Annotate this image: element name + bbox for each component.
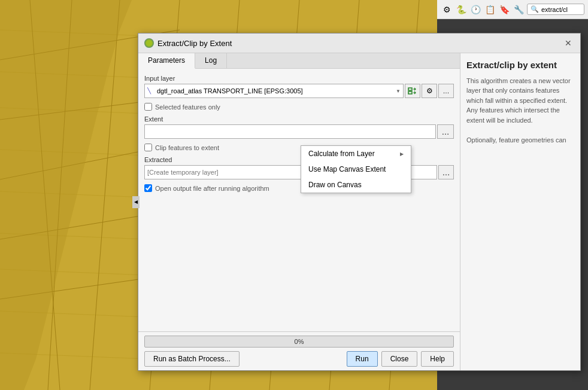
main-dialog: Extract/Clip by Extent ✕ Parameters Log …: [138, 33, 581, 371]
help-panel: Extract/clip by extent This algorithm cr…: [460, 53, 580, 370]
extent-input[interactable]: [144, 124, 436, 139]
svg-rect-24: [408, 92, 412, 94]
python-icon[interactable]: 🐍: [455, 4, 467, 16]
open-output-checkbox[interactable]: [144, 184, 152, 192]
button-row: Run as Batch Process... Run Close Help: [144, 351, 454, 367]
dialog-title: Extract/Clip by Extent: [157, 39, 232, 48]
use-map-canvas-item[interactable]: Use Map Canvas Extent: [301, 162, 411, 177]
iterate-button[interactable]: [405, 84, 420, 98]
progress-label: 0%: [295, 338, 304, 345]
svg-rect-23: [408, 88, 412, 90]
help-button[interactable]: Help: [421, 351, 454, 367]
dialog-body: Parameters Log Input layer ╲ dgtl_road_a…: [138, 53, 580, 370]
extent-dropdown-button[interactable]: …: [437, 124, 454, 139]
toolbar: ⚙ 🐍 🕐 📋 🔖 🔧 🔍: [437, 0, 588, 19]
notes-icon[interactable]: 📋: [484, 4, 496, 16]
settings-icon[interactable]: ⚙: [441, 4, 453, 16]
history-icon[interactable]: 🕐: [469, 4, 481, 16]
vector-layer-icon: ╲: [147, 87, 154, 95]
run-button[interactable]: Run: [347, 351, 378, 367]
calculate-from-layer-label: Calculate from Layer: [308, 150, 375, 158]
input-layer-select[interactable]: ╲ dgtl_road_atlas TRANSPORT_LINE [EPSG:3…: [144, 84, 404, 98]
dialog-footer: 0% Run as Batch Process... Run Close Hel…: [138, 331, 460, 370]
more-icon: …: [443, 87, 450, 95]
dialog-titlebar: Extract/Clip by Extent ✕: [138, 33, 580, 53]
calculate-from-layer-item[interactable]: Calculate from Layer ▶: [301, 146, 411, 162]
wrench-icon[interactable]: 🔧: [513, 4, 525, 16]
search-bar[interactable]: 🔍: [527, 4, 584, 15]
qgis-logo: [144, 38, 154, 48]
extracted-options-button[interactable]: …: [438, 165, 454, 179]
title-left: Extract/Clip by Extent: [144, 38, 232, 48]
selected-features-label[interactable]: Selected features only: [155, 103, 220, 111]
input-layer-value: dgtl_road_atlas TRANSPORT_LINE [EPSG:300…: [157, 87, 303, 95]
extent-dropdown-menu: Calculate from Layer ▶ Use Map Canvas Ex…: [301, 145, 411, 193]
submenu-arrow-icon: ▶: [400, 151, 404, 157]
extracted-options-icon: …: [442, 168, 450, 177]
tab-log[interactable]: Log: [195, 53, 227, 68]
settings-button[interactable]: ⚙: [422, 84, 437, 98]
collapse-panel-button[interactable]: ◀: [138, 196, 140, 208]
main-buttons: Run Close Help: [347, 351, 454, 367]
extent-label: Extent: [144, 115, 454, 123]
select-arrow-icon: ▼: [396, 89, 401, 94]
dialog-left-panel: Parameters Log Input layer ╲ dgtl_road_a…: [138, 53, 460, 370]
help-text: This algorithm creates a new vector laye…: [466, 76, 574, 145]
dialog-tabs: Parameters Log: [138, 53, 460, 69]
clip-features-label[interactable]: Clip features to extent: [155, 144, 219, 151]
input-layer-row: Input layer ╲ dgtl_road_atlas TRANSPORT_…: [144, 75, 454, 98]
close-dialog-button[interactable]: ✕: [562, 37, 574, 49]
extent-row: Extent …: [144, 115, 454, 139]
selected-features-checkbox[interactable]: [144, 103, 152, 111]
draw-on-canvas-item[interactable]: Draw on Canvas: [301, 177, 411, 193]
batch-process-button[interactable]: Run as Batch Process...: [144, 351, 240, 367]
draw-on-canvas-label: Draw on Canvas: [308, 181, 362, 189]
bookmark-icon[interactable]: 🔖: [498, 4, 510, 16]
input-layer-controls: ╲ dgtl_road_atlas TRANSPORT_LINE [EPSG:3…: [144, 84, 454, 98]
close-button[interactable]: Close: [381, 351, 418, 367]
open-output-label[interactable]: Open output file after running algorithm: [155, 185, 269, 192]
input-layer-label: Input layer: [144, 75, 454, 82]
search-input[interactable]: [541, 6, 581, 13]
parameters-panel: Input layer ╲ dgtl_road_atlas TRANSPORT_…: [138, 69, 460, 331]
help-title: Extract/clip by extent: [466, 59, 574, 71]
use-map-canvas-label: Use Map Canvas Extent: [308, 165, 386, 173]
tab-parameters[interactable]: Parameters: [138, 53, 195, 69]
search-icon: 🔍: [531, 5, 539, 13]
settings-icon: ⚙: [426, 87, 433, 95]
extent-controls: …: [144, 124, 454, 139]
clip-features-checkbox[interactable]: [144, 144, 152, 151]
progress-bar: 0%: [144, 336, 454, 348]
more-button[interactable]: …: [438, 84, 454, 98]
extent-menu-icon: …: [442, 127, 450, 136]
selected-features-row: Selected features only: [144, 103, 454, 111]
